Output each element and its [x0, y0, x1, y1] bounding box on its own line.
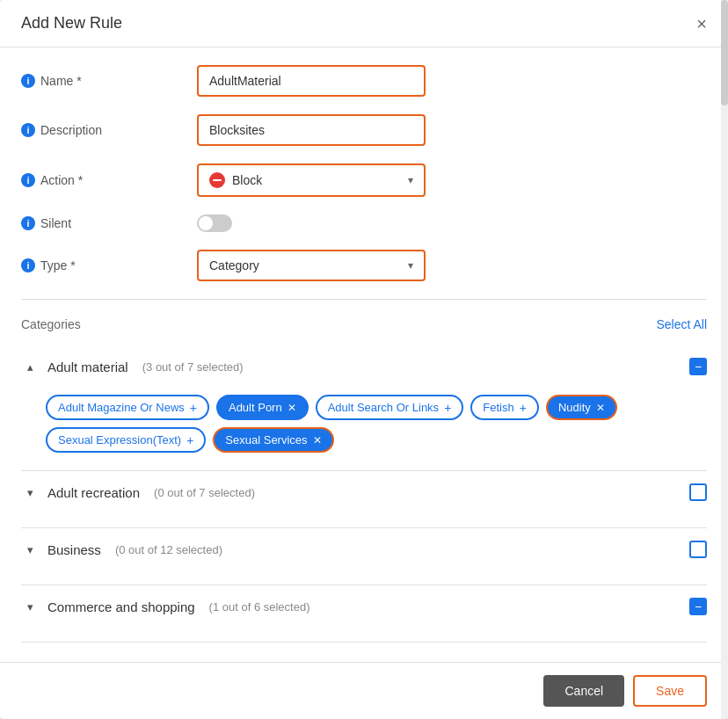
type-info-icon: i [21, 258, 35, 272]
categories-header: Categories Select All [21, 317, 707, 331]
type-row: i Type * Category ▾ [21, 250, 707, 281]
expand-icon-commerce[interactable]: ▾ [21, 600, 39, 614]
category-count-commerce: (1 out of 6 selected) [209, 600, 310, 614]
type-chevron-icon: ▾ [408, 259, 413, 272]
block-icon [209, 172, 225, 188]
tag-plus-icon: + [444, 402, 451, 414]
category-left-commerce: ▾ Commerce and shopping (1 out of 6 sele… [21, 599, 310, 614]
category-left-adult-recreation: ▾ Adult recreation (0 out of 7 selected) [21, 485, 255, 500]
category-name-adult-recreation: Adult recreation [47, 485, 140, 500]
category-left-business: ▾ Business (0 out of 12 selected) [21, 542, 222, 557]
category-count-adult-recreation: (0 out of 7 selected) [154, 486, 255, 499]
cancel-button[interactable]: Cancel [543, 675, 624, 707]
category-row-commerce: ▾ Commerce and shopping (1 out of 6 sele… [21, 585, 707, 628]
tag-sexual-expression[interactable]: Sexual Expression(Text) + [46, 427, 206, 453]
tags-container-adult-material: Adult Magazine Or News + Adult Porn ✕ Ad… [21, 388, 707, 456]
expand-icon-adult-material[interactable]: ▴ [21, 360, 39, 374]
category-section-business: ▾ Business (0 out of 12 selected) [21, 528, 707, 585]
name-input[interactable] [197, 65, 426, 97]
scrollbar-track[interactable] [721, 0, 728, 719]
modal-title: Add New Rule [21, 14, 122, 33]
category-row-adult-recreation: ▾ Adult recreation (0 out of 7 selected) [21, 471, 707, 513]
category-count-business: (0 out of 12 selected) [115, 543, 222, 556]
description-row: i Description [21, 114, 707, 146]
tag-x-icon: ✕ [288, 403, 296, 413]
category-section-commerce: ▾ Commerce and shopping (1 out of 6 sele… [21, 585, 707, 643]
action-select[interactable]: Block ▾ [197, 163, 426, 197]
category-row-business: ▾ Business (0 out of 12 selected) [21, 528, 707, 570]
scrollbar-thumb[interactable] [721, 0, 728, 105]
close-button[interactable]: × [696, 15, 707, 33]
divider [21, 299, 707, 300]
description-input[interactable] [197, 114, 426, 146]
modal-header: Add New Rule × [0, 0, 728, 47]
modal-body: i Name * i Description i Action * Block [0, 47, 728, 662]
expand-icon-adult-recreation[interactable]: ▾ [21, 486, 39, 499]
categories-label: Categories [21, 317, 81, 331]
category-row-adult-material: ▴ Adult material (3 out of 7 selected) [21, 345, 707, 388]
name-label: i Name * [21, 74, 197, 88]
action-label: i Action * [21, 173, 197, 187]
categories-list: ▴ Adult material (3 out of 7 selected) A… [21, 345, 707, 643]
category-count-adult-material: (3 out of 7 selected) [142, 360, 244, 374]
category-checkbox-adult-material[interactable] [689, 358, 707, 375]
expand-icon-business[interactable]: ▾ [21, 543, 39, 556]
category-section-adult-recreation: ▾ Adult recreation (0 out of 7 selected) [21, 471, 707, 528]
tag-nudity[interactable]: Nudity ✕ [546, 395, 617, 420]
category-name-adult-material: Adult material [47, 360, 128, 374]
modal-footer: Cancel Save [0, 662, 728, 719]
tag-x-icon: ✕ [313, 435, 322, 446]
action-row: i Action * Block ▾ [21, 163, 707, 197]
silent-label: i Silent [21, 216, 197, 230]
action-chevron-icon: ▾ [408, 174, 413, 186]
silent-toggle[interactable] [197, 214, 232, 232]
category-checkbox-commerce[interactable] [689, 598, 707, 615]
tag-adult-porn[interactable]: Adult Porn ✕ [216, 395, 309, 420]
select-all-button[interactable]: Select All [656, 317, 707, 331]
category-checkbox-business[interactable] [689, 541, 707, 558]
tag-sexual-services[interactable]: Sexual Services ✕ [213, 427, 333, 453]
category-name-commerce: Commerce and shopping [47, 599, 195, 614]
tag-x-icon: ✕ [596, 403, 605, 413]
save-button[interactable]: Save [633, 675, 707, 707]
type-label: i Type * [21, 258, 197, 272]
modal-dialog: Add New Rule × i Name * i Description i … [0, 0, 728, 719]
silent-info-icon: i [21, 216, 35, 230]
description-info-icon: i [21, 123, 35, 137]
type-select[interactable]: Category ▾ [197, 250, 426, 281]
category-section-adult-material: ▴ Adult material (3 out of 7 selected) A… [21, 345, 707, 471]
tag-plus-icon: + [186, 434, 193, 447]
category-checkbox-adult-recreation[interactable] [689, 483, 707, 501]
name-row: i Name * [21, 65, 707, 97]
silent-row: i Silent [21, 214, 707, 232]
tag-plus-icon: + [520, 402, 527, 414]
action-select-inner: Block [209, 172, 262, 188]
tag-adult-search[interactable]: Adult Search Or Links + [316, 395, 464, 420]
tag-adult-magazine[interactable]: Adult Magazine Or News + [46, 395, 209, 420]
tag-plus-icon: + [190, 402, 197, 414]
tag-fetish[interactable]: Fetish + [470, 395, 539, 420]
description-label: i Description [21, 123, 197, 137]
category-left-adult-material: ▴ Adult material (3 out of 7 selected) [21, 360, 244, 374]
category-name-business: Business [47, 542, 101, 557]
name-info-icon: i [21, 74, 35, 88]
action-info-icon: i [21, 173, 35, 187]
